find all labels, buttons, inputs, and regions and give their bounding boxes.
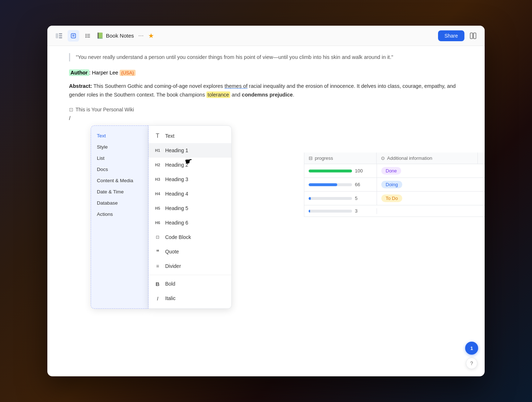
divider-icon: ≡: [154, 262, 162, 270]
themes-of-text: themes of: [224, 83, 248, 89]
wiki-ref-text: This is Your Personal Wiki: [76, 107, 134, 112]
star-button[interactable]: ★: [148, 32, 154, 40]
menu-item-h4-label: Heading 4: [165, 191, 188, 197]
progress-num-3: 5: [355, 196, 357, 201]
menu-cat-actions[interactable]: Actions: [91, 209, 148, 220]
table-row: 66 Doing: [304, 178, 485, 192]
progress-icon: ⊟: [309, 155, 313, 161]
menu-item-h6-label: Heading 6: [165, 220, 188, 226]
author-tag: (USA): [120, 70, 135, 76]
progress-bar-fill-1: [309, 170, 352, 172]
menu-item-h2[interactable]: H2 Heading 2: [149, 158, 231, 172]
status-badge-done: Done: [381, 167, 401, 175]
menu-item-bold-label: Bold: [165, 281, 175, 287]
progress-cell-4: 3: [304, 205, 377, 217]
menu-item-divider[interactable]: ≡ Divider: [149, 259, 231, 273]
menu-cat-list[interactable]: List: [91, 153, 148, 164]
share-button[interactable]: Share: [438, 30, 464, 41]
menu-item-h3-label: Heading 3: [165, 176, 188, 182]
quote-block: "You never really understand a person un…: [69, 53, 463, 61]
menu-item-code-block[interactable]: ⊡ Code Block: [149, 230, 231, 244]
slash-command-input[interactable]: /: [69, 115, 463, 121]
status-cell-3: To Do: [377, 192, 478, 205]
status-badge-doing: Doing: [381, 181, 402, 188]
menu-item-h3[interactable]: H3 Heading 3: [149, 172, 231, 187]
h5-icon: H5: [154, 204, 162, 212]
info-icon: ⊙: [381, 155, 385, 161]
code-block-icon: ⊡: [154, 233, 162, 241]
tolerance-text: tolerance: [206, 91, 230, 98]
doc-emoji: 📗: [96, 32, 104, 39]
svg-rect-13: [470, 33, 473, 39]
author-name: Harper Lee: [92, 70, 119, 76]
text-type-icon: T: [154, 132, 162, 140]
svg-rect-4: [71, 34, 76, 38]
help-button[interactable]: ?: [466, 358, 477, 369]
italic-icon: I: [154, 294, 162, 302]
progress-bar-wrap-2: [309, 183, 352, 186]
titlebar: 📗 Book Notes ··· ★ Share: [47, 26, 485, 46]
menu-items-panel: T Text H1 Heading 1 H2 Heading 2 H3 Head…: [149, 125, 232, 309]
quote-text: "You never really understand a person un…: [76, 54, 393, 60]
menu-item-text[interactable]: T Text: [149, 129, 231, 143]
titlebar-left: [53, 30, 94, 42]
menu-cat-content-media[interactable]: Content & Media: [91, 175, 148, 186]
menu-item-h1-label: Heading 1: [165, 147, 188, 153]
progress-bar-fill-2: [309, 183, 337, 186]
more-options-button[interactable]: ···: [137, 30, 145, 41]
menu-cat-date-time[interactable]: Date & Time: [91, 186, 148, 197]
quote-icon: ❝: [154, 248, 162, 256]
menu-item-h4[interactable]: H4 Heading 4: [149, 187, 231, 201]
progress-num-4: 3: [355, 208, 357, 214]
menu-item-quote[interactable]: ❝ Quote: [149, 244, 231, 259]
app-window: 📗 Book Notes ··· ★ Share "You never real…: [47, 26, 485, 376]
menu-item-h6[interactable]: H6 Heading 6: [149, 215, 231, 230]
author-label: Author: [69, 69, 89, 76]
svg-rect-2: [59, 35, 62, 36]
condemns-prejudice-text: condemns prejudice: [242, 92, 293, 98]
svg-point-7: [86, 34, 87, 35]
menu-item-text-label: Text: [165, 133, 175, 139]
menu-item-code-label: Code Block: [165, 234, 191, 240]
notification-button[interactable]: 1: [465, 342, 478, 355]
titlebar-right: Share: [438, 30, 479, 42]
menu-item-bold[interactable]: B Bold: [149, 277, 231, 291]
table-row: 3: [304, 205, 485, 217]
menu-cat-text[interactable]: Text: [91, 130, 148, 141]
menu-cat-database[interactable]: Database: [91, 197, 148, 209]
table-header: ⊟ progress ⊙ Additional information: [304, 153, 485, 164]
layout-toggle-button[interactable]: [467, 30, 479, 42]
author-line: Author: Harper Lee (USA): [69, 69, 463, 77]
progress-cell-1: 100: [304, 165, 377, 176]
menu-categories-panel: Text Style List Docs Content & Media Dat…: [91, 125, 149, 309]
menu-item-h1[interactable]: H1 Heading 1: [149, 143, 231, 158]
menu-item-h5[interactable]: H5 Heading 5: [149, 201, 231, 215]
slash-char: /: [69, 115, 70, 121]
menu-cat-docs[interactable]: Docs: [91, 164, 148, 175]
progress-bar-wrap-1: [309, 170, 352, 172]
abstract-block: Abstract: This Southern Gothic and comin…: [69, 82, 463, 99]
content-area: "You never really understand a person un…: [47, 46, 485, 376]
progress-bar-wrap-3: [309, 197, 352, 200]
menu-item-h2-label: Heading 2: [165, 162, 188, 168]
progress-cell-3: 5: [304, 193, 377, 204]
doc-view-button[interactable]: [68, 30, 79, 42]
outline-view-button[interactable]: [82, 30, 94, 42]
menu-item-italic[interactable]: I Italic: [149, 291, 231, 305]
svg-rect-1: [59, 33, 62, 34]
bold-icon: B: [154, 280, 162, 288]
status-cell-4: [377, 208, 478, 214]
menu-separator: [149, 275, 231, 275]
slash-command-menu: Text Style List Docs Content & Media Dat…: [91, 125, 232, 309]
menu-cat-style[interactable]: Style: [91, 141, 148, 153]
table-row: 5 To Do: [304, 192, 485, 205]
sidebar-toggle-button[interactable]: [53, 30, 65, 42]
svg-rect-0: [56, 33, 58, 38]
wiki-icon: ⊡: [69, 107, 73, 112]
wiki-ref[interactable]: ⊡ This is Your Personal Wiki: [69, 107, 463, 112]
doc-title: 📗 Book Notes: [96, 32, 134, 39]
status-cell-1: Done: [377, 164, 478, 178]
progress-col-label: progress: [315, 155, 333, 161]
h6-icon: H6: [154, 219, 162, 227]
doc-title-text: Book Notes: [106, 33, 134, 39]
